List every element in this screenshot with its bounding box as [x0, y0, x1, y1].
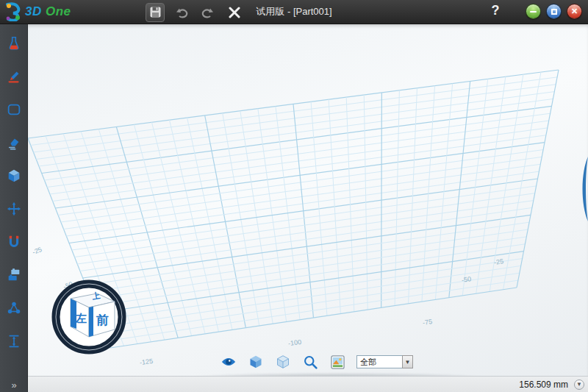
flask-icon [6, 35, 22, 51]
zoom-button[interactable] [302, 354, 318, 370]
view-cube-top-label[interactable]: 上 [90, 291, 101, 301]
minimize-icon [530, 11, 537, 13]
render-mode-icon [331, 355, 345, 369]
selection-filter-value[interactable]: 全部 [356, 355, 402, 368]
maximize-button[interactable] [546, 4, 562, 19]
maximize-icon [551, 9, 557, 15]
sketch-plane-tool[interactable] [4, 100, 24, 119]
pen-icon [6, 68, 22, 85]
close-document-icon [229, 7, 240, 18]
group-share-tool[interactable] [4, 299, 24, 318]
stacked-blocks-icon [6, 267, 22, 283]
panel-handle[interactable] [578, 157, 588, 221]
redo-button[interactable] [198, 3, 218, 22]
minimize-button[interactable] [526, 4, 541, 19]
close-button[interactable]: ✕ [567, 4, 582, 19]
rounded-square-icon [6, 101, 22, 118]
redo-icon [201, 6, 215, 19]
assembly-tool[interactable] [4, 266, 24, 285]
measure-tool[interactable] [4, 332, 24, 351]
visibility-button[interactable] [220, 354, 237, 370]
help-button[interactable]: ? [487, 3, 504, 18]
share-nodes-icon [6, 300, 22, 316]
eye-icon [220, 355, 237, 368]
wireframe-view-button[interactable] [275, 354, 291, 370]
app-logo-text: 3D One [25, 4, 71, 19]
titlebar-tools [146, 0, 244, 24]
grid-axis-label: -25 [493, 257, 503, 266]
view-cube-front-label[interactable]: 前 [96, 313, 109, 327]
selection-filter-caret[interactable]: ▼ [402, 355, 413, 368]
undo-button[interactable] [172, 3, 191, 22]
measurement-readout: 156.509 mm [519, 379, 568, 390]
primitive-shapes-tool[interactable] [4, 34, 24, 53]
wireframe-cube-icon [276, 354, 290, 369]
save-icon [149, 6, 162, 18]
app-logo: 3D One [4, 2, 71, 21]
close-icon: ✕ [571, 7, 578, 15]
grid-axis-label: -75 [422, 318, 432, 327]
magnifier-icon [303, 354, 318, 370]
sketch-pen-tool[interactable] [4, 67, 24, 86]
close-document-button[interactable] [225, 3, 244, 22]
app-logo-icon [4, 2, 22, 21]
window-controls: ✕ [526, 4, 582, 19]
save-button[interactable] [146, 3, 165, 22]
viewport-toolbar: 全部 ▼ [220, 354, 413, 370]
undo-icon [174, 6, 189, 19]
view-cube[interactable]: 上 左 前 [51, 279, 126, 354]
render-mode-button[interactable] [329, 354, 345, 370]
measure-icon [6, 333, 22, 349]
view-cube-left-label[interactable]: 左 [75, 312, 87, 324]
cube-icon [6, 168, 22, 184]
shaded-view-button[interactable] [248, 354, 264, 370]
sidebar-expand-button[interactable]: » [0, 379, 28, 391]
grid-axis-label: -50 [461, 275, 471, 284]
statusbar: 156.509 mm ▼ [28, 376, 588, 392]
move-arrows-icon [6, 201, 22, 217]
solid-cube-tool[interactable] [4, 166, 24, 185]
move-tool[interactable] [4, 199, 24, 218]
statusbar-expand-button[interactable]: ▼ [574, 379, 584, 390]
magnet-snap-tool[interactable] [4, 232, 24, 252]
eraser-tool[interactable] [4, 133, 24, 152]
magnet-icon [6, 234, 22, 250]
titlebar: 3D One 试用版 [0, 0, 588, 24]
window-title: 试用版 - [Part001] [256, 5, 331, 18]
tool-sidebar: » [0, 24, 28, 392]
shaded-cube-icon [248, 354, 263, 369]
selection-filter[interactable]: 全部 ▼ [356, 355, 413, 368]
viewport-canvas[interactable]: -25-50-75-125-100-75-50-25 上 左 前 [28, 24, 588, 376]
eraser-icon [6, 135, 22, 151]
